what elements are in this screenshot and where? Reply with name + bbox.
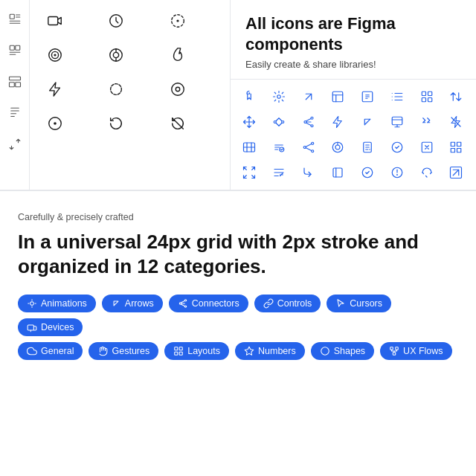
bottom-title: In a universal 24px grid with 2px stroke… bbox=[18, 230, 458, 278]
svg-point-9 bbox=[177, 20, 178, 22]
pill-uxflows-label: UX Flows bbox=[403, 346, 443, 356]
svg-rect-67 bbox=[175, 352, 178, 355]
figma-title: All icons are Figma components bbox=[245, 13, 461, 54]
icon-fire bbox=[164, 42, 191, 68]
pill-gestures[interactable]: Gestures bbox=[89, 342, 158, 360]
blue-icon-23 bbox=[414, 136, 440, 158]
svg-rect-2 bbox=[15, 45, 19, 50]
shapes-icon bbox=[320, 346, 330, 356]
svg-point-69 bbox=[321, 347, 329, 356]
pill-devices[interactable]: Devices bbox=[18, 318, 83, 336]
uxflows-icon bbox=[389, 346, 399, 356]
blue-icon-21 bbox=[355, 136, 380, 158]
pill-shapes[interactable]: Shapes bbox=[311, 342, 374, 360]
blue-icon-13 bbox=[355, 111, 380, 133]
blue-icon-25 bbox=[237, 161, 262, 184]
pill-numbers[interactable]: Numbers bbox=[235, 342, 305, 360]
blue-icon-6 bbox=[385, 86, 410, 108]
left-strip bbox=[0, 0, 30, 190]
figma-text-area: All icons are Figma components Easily cr… bbox=[231, 0, 476, 80]
general-icon bbox=[27, 346, 37, 356]
svg-point-57 bbox=[396, 175, 397, 176]
svg-rect-66 bbox=[179, 347, 182, 350]
strip-icon-4 bbox=[1, 100, 28, 126]
pill-connectors-label: Connectors bbox=[192, 298, 239, 309]
blue-icon-11 bbox=[296, 111, 321, 133]
svg-point-33 bbox=[282, 121, 284, 123]
blue-icon-17 bbox=[237, 136, 262, 158]
icon-circle-dash bbox=[164, 7, 191, 34]
pill-general[interactable]: General bbox=[18, 342, 83, 360]
pill-numbers-label: Numbers bbox=[258, 346, 296, 356]
svg-point-19 bbox=[176, 87, 180, 91]
icon-circle-target bbox=[164, 76, 191, 103]
pill-devices-label: Devices bbox=[41, 322, 74, 332]
cursors-icon bbox=[335, 298, 346, 309]
pill-gestures-label: Gestures bbox=[112, 346, 149, 356]
blue-icon-16 bbox=[443, 111, 469, 133]
icon-ring bbox=[103, 76, 129, 103]
dark-icon-grid bbox=[30, 0, 231, 190]
icon-clock bbox=[103, 7, 129, 34]
icon-refresh bbox=[103, 110, 129, 137]
pill-animations[interactable]: Animations bbox=[18, 295, 96, 312]
svg-point-23 bbox=[277, 95, 281, 99]
blue-icon-27 bbox=[296, 161, 321, 184]
svg-rect-28 bbox=[422, 91, 425, 95]
blue-icon-3 bbox=[296, 86, 321, 108]
svg-point-12 bbox=[54, 54, 56, 56]
blue-icon-30 bbox=[385, 161, 410, 184]
blue-icon-4 bbox=[325, 86, 350, 108]
animations-icon bbox=[27, 298, 37, 309]
svg-point-18 bbox=[171, 83, 184, 96]
blue-icon-32 bbox=[443, 161, 469, 184]
pill-arrows-label: Arrows bbox=[125, 298, 154, 309]
blue-icon-5 bbox=[355, 86, 380, 108]
blue-icon-14 bbox=[385, 111, 410, 133]
layouts-icon bbox=[173, 346, 184, 356]
svg-rect-4 bbox=[9, 83, 14, 87]
svg-rect-24 bbox=[333, 91, 344, 102]
pill-layouts[interactable]: Layouts bbox=[164, 342, 229, 360]
category-row-2: General Gestures Layouts Numbers Shapes bbox=[18, 342, 458, 360]
svg-rect-0 bbox=[10, 14, 14, 19]
blue-icon-18 bbox=[266, 136, 292, 158]
right-panel: All icons are Figma components Easily cr… bbox=[231, 0, 476, 190]
blue-icon-22 bbox=[385, 136, 410, 158]
blue-icon-24 bbox=[443, 136, 469, 158]
svg-point-45 bbox=[335, 145, 340, 149]
svg-rect-53 bbox=[333, 168, 342, 177]
svg-rect-31 bbox=[428, 98, 431, 102]
strip-icon-2 bbox=[1, 37, 28, 64]
top-section: All icons are Figma components Easily cr… bbox=[0, 0, 476, 190]
icon-refresh-slash bbox=[164, 110, 191, 137]
blue-icon-19 bbox=[296, 136, 321, 158]
svg-rect-1 bbox=[10, 45, 14, 50]
pill-controls[interactable]: Controls bbox=[254, 295, 321, 312]
bottom-subtitle: Carefully & precisely crafted bbox=[18, 212, 458, 222]
svg-point-32 bbox=[274, 121, 276, 123]
svg-rect-63 bbox=[28, 325, 33, 330]
blue-icon-10 bbox=[266, 111, 292, 133]
svg-rect-37 bbox=[392, 117, 402, 125]
svg-point-59 bbox=[30, 302, 34, 306]
bottom-section: Carefully & precisely crafted In a unive… bbox=[0, 191, 476, 381]
pill-connectors[interactable]: Connectors bbox=[169, 295, 248, 312]
pill-cursors[interactable]: Cursors bbox=[327, 295, 391, 312]
strip-icon-5 bbox=[1, 131, 28, 158]
blue-icon-28 bbox=[325, 161, 350, 184]
svg-point-21 bbox=[54, 122, 57, 125]
pill-shapes-label: Shapes bbox=[334, 346, 365, 356]
pill-arrows[interactable]: Arrows bbox=[102, 295, 163, 312]
controls-icon bbox=[263, 298, 274, 309]
gestures-icon bbox=[97, 346, 108, 356]
blue-icon-7 bbox=[414, 86, 440, 108]
svg-rect-29 bbox=[428, 91, 431, 95]
pill-uxflows[interactable]: UX Flows bbox=[380, 342, 451, 360]
blue-icon-31 bbox=[414, 161, 440, 184]
blue-icon-26 bbox=[266, 161, 292, 184]
svg-rect-68 bbox=[179, 352, 182, 355]
strip-icon-1 bbox=[1, 6, 28, 33]
category-row-1: Animations Arrows Connectors Controls Cu… bbox=[18, 295, 458, 336]
svg-rect-6 bbox=[48, 17, 58, 25]
